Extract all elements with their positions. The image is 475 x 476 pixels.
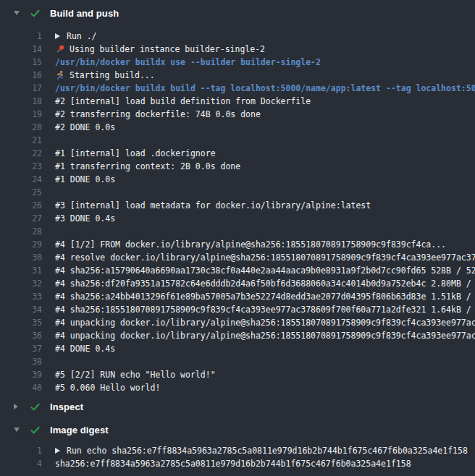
line-number[interactable]: 20 bbox=[0, 121, 42, 134]
log-content: Run ./ bbox=[55, 30, 97, 43]
line-number[interactable]: 26 bbox=[0, 199, 42, 212]
line-number[interactable]: 19 bbox=[0, 108, 42, 121]
section-header-inspect[interactable]: Inspect bbox=[0, 396, 475, 417]
log-text: #5 0.060 Hello world! bbox=[55, 381, 160, 394]
log-content: #3 DONE 0.4s bbox=[55, 212, 115, 225]
log-text: #2 [internal] load build definition from… bbox=[55, 95, 311, 108]
runner-icon bbox=[55, 70, 70, 80]
line-number[interactable]: 27 bbox=[0, 212, 42, 225]
log-content: Starting build... bbox=[55, 69, 155, 82]
line-number[interactable]: 35 bbox=[0, 316, 42, 329]
log-line: 25 bbox=[0, 186, 475, 199]
log-content: Using builder instance builder-single-2 bbox=[55, 43, 265, 56]
section-log-image-digest: 1Run echo sha256:e7ff8834a5963a2785c5a08… bbox=[0, 440, 475, 472]
line-number[interactable]: 30 bbox=[0, 251, 42, 264]
line-number[interactable]: 1 bbox=[0, 30, 42, 43]
log-content: #1 DONE 0.0s bbox=[55, 173, 115, 186]
line-number[interactable]: 18 bbox=[0, 95, 42, 108]
log-line: 22#1 [internal] load .dockerignore bbox=[0, 147, 475, 160]
log-text: #1 transferring context: 2B 0.0s done bbox=[55, 160, 240, 173]
line-number[interactable]: 16 bbox=[0, 69, 42, 82]
run-expand-icon[interactable] bbox=[55, 448, 60, 454]
log-content: #4 sha256:a24bb4013296f61e89ba57005a7b3e… bbox=[55, 290, 475, 303]
line-number[interactable]: 34 bbox=[0, 303, 42, 316]
log-text: #4 unpacking docker.io/library/alpine@sh… bbox=[55, 316, 475, 329]
log-line: 26#3 [internal] load metadata for docker… bbox=[0, 199, 475, 212]
log-content: #2 DONE 0.0s bbox=[55, 121, 115, 134]
log-text: #4 [1/2] FROM docker.io/library/alpine@s… bbox=[55, 238, 446, 251]
log-text: /usr/bin/docker buildx use --builder bui… bbox=[55, 56, 321, 69]
line-number[interactable]: 33 bbox=[0, 290, 42, 303]
line-number[interactable]: 37 bbox=[0, 342, 42, 355]
log-line: 14Using builder instance builder-single-… bbox=[0, 43, 475, 56]
log-text: #3 DONE 0.4s bbox=[55, 212, 115, 225]
line-number[interactable]: 39 bbox=[0, 368, 42, 381]
log-text: #4 DONE 0.4s bbox=[55, 342, 115, 355]
log-text: #2 transferring dockerfile: 74B 0.0s don… bbox=[55, 108, 261, 121]
log-text: #4 sha256:185518070891758909c9f839cf4ca3… bbox=[55, 303, 475, 316]
log-line: 32#4 sha256:df20fa9351a15782c64e6dddb2d4… bbox=[0, 277, 475, 290]
line-number[interactable]: 23 bbox=[0, 160, 42, 173]
log-content: #5 0.060 Hello world! bbox=[55, 381, 160, 394]
log-line: 16Starting build... bbox=[0, 69, 475, 82]
log-content: #3 [internal] load metadata for docker.i… bbox=[55, 199, 371, 212]
line-number[interactable]: 21 bbox=[0, 134, 42, 147]
log-line: 36#4 unpacking docker.io/library/alpine@… bbox=[0, 329, 475, 342]
run-expand-icon[interactable] bbox=[55, 33, 60, 39]
line-number[interactable]: 29 bbox=[0, 238, 42, 251]
log-text: #5 [2/2] RUN echo "Hello world!" bbox=[55, 368, 216, 381]
log-line: 24#1 DONE 0.0s bbox=[0, 173, 475, 186]
log-content: #1 transferring context: 2B 0.0s done bbox=[55, 160, 240, 173]
log-line: 33#4 sha256:a24bb4013296f61e89ba57005a7b… bbox=[0, 290, 475, 303]
log-line: 34#4 sha256:185518070891758909c9f839cf4c… bbox=[0, 303, 475, 316]
log-line: 17/usr/bin/docker buildx build --tag loc… bbox=[0, 82, 475, 95]
line-number[interactable]: 38 bbox=[0, 355, 42, 368]
log-content: #4 DONE 0.4s bbox=[55, 342, 115, 355]
log-text: #1 [internal] load .dockerignore bbox=[55, 147, 216, 160]
line-number[interactable]: 40 bbox=[0, 381, 42, 394]
log-content: #2 transferring dockerfile: 74B 0.0s don… bbox=[55, 108, 261, 121]
log-line: 38 bbox=[0, 355, 475, 368]
log-text: #4 unpacking docker.io/library/alpine@sh… bbox=[55, 329, 475, 342]
log-text: #4 sha256:df20fa9351a15782c64e6dddb2d4a6… bbox=[55, 277, 475, 290]
line-number[interactable]: 28 bbox=[0, 225, 42, 238]
log-text: Run echo sha256:e7ff8834a5963a2785c5a081… bbox=[67, 444, 468, 457]
log-content: #2 [internal] load build definition from… bbox=[55, 95, 311, 108]
line-number[interactable]: 25 bbox=[0, 186, 42, 199]
line-number[interactable]: 17 bbox=[0, 82, 42, 95]
line-number[interactable]: 1 bbox=[0, 444, 42, 457]
log-text: Starting build... bbox=[70, 69, 155, 82]
chevron-right-icon bbox=[14, 404, 22, 409]
line-number[interactable]: 24 bbox=[0, 173, 42, 186]
line-number[interactable]: 32 bbox=[0, 277, 42, 290]
log-line: 27#3 DONE 0.4s bbox=[0, 212, 475, 225]
log-line: 37#4 DONE 0.4s bbox=[0, 342, 475, 355]
line-number[interactable]: 22 bbox=[0, 147, 42, 160]
log-content: #4 resolve docker.io/library/alpine@sha2… bbox=[55, 251, 475, 264]
line-number[interactable]: 14 bbox=[0, 43, 42, 56]
line-number[interactable]: 15 bbox=[0, 56, 42, 69]
log-text: #4 sha256:a15790640a6690aa1730c38cf0a440… bbox=[55, 264, 475, 277]
pushpin-icon bbox=[55, 44, 70, 54]
workflow-log: Build and push1Run ./14Using builder ins… bbox=[0, 0, 475, 476]
log-line: 15/usr/bin/docker buildx use --builder b… bbox=[0, 56, 475, 69]
chevron-down-icon bbox=[14, 11, 22, 15]
section-header-build-and-push[interactable]: Build and push bbox=[0, 0, 475, 26]
line-number[interactable]: 36 bbox=[0, 329, 42, 342]
line-number[interactable]: 31 bbox=[0, 264, 42, 277]
section-title: Build and push bbox=[50, 8, 119, 19]
log-line: 21 bbox=[0, 134, 475, 147]
log-content: #1 [internal] load .dockerignore bbox=[55, 147, 216, 160]
log-line: 40#5 0.060 Hello world! bbox=[0, 381, 475, 394]
log-content: #4 sha256:185518070891758909c9f839cf4ca3… bbox=[55, 303, 475, 316]
log-content: #4 unpacking docker.io/library/alpine@sh… bbox=[55, 329, 475, 342]
log-text: Using builder instance builder-single-2 bbox=[70, 43, 265, 56]
log-text: sha256:e7ff8834a5963a2785c5a0811e979d16b… bbox=[55, 457, 411, 470]
log-content: /usr/bin/docker buildx use --builder bui… bbox=[55, 56, 321, 69]
log-text: Run ./ bbox=[67, 30, 97, 43]
log-text: #4 resolve docker.io/library/alpine@sha2… bbox=[55, 251, 475, 264]
log-line: 39#5 [2/2] RUN echo "Hello world!" bbox=[0, 368, 475, 381]
log-content: #4 sha256:df20fa9351a15782c64e6dddb2d4a6… bbox=[55, 277, 475, 290]
line-number[interactable]: 4 bbox=[0, 457, 42, 470]
section-header-image-digest[interactable]: Image digest bbox=[0, 420, 475, 440]
